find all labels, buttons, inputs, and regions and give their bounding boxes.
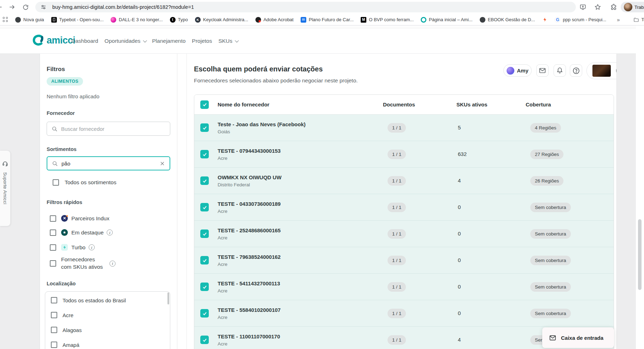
- skus-cell: 632: [456, 151, 526, 157]
- skus-value: 632: [456, 151, 467, 157]
- coverage-cell: 4 Regiões: [526, 123, 614, 133]
- scrollbar-thumb[interactable]: [638, 219, 642, 290]
- bell-icon: [556, 67, 563, 74]
- quick-filter-label: Em destaque: [71, 229, 104, 236]
- bookmark-item[interactable]: tTypo: [170, 17, 188, 23]
- page-scrollbar[interactable]: [636, 25, 644, 349]
- notifications-button[interactable]: [554, 64, 566, 77]
- row-checkbox[interactable]: [200, 176, 209, 185]
- app-header: amicci DashboardOportunidadesPlanejament…: [0, 28, 644, 54]
- bookmark-label: Typo: [178, 17, 188, 22]
- location-option[interactable]: Amapá: [45, 337, 170, 349]
- address-bar[interactable]: buy-hmg.amicci-digital.com.br/details-pr…: [35, 2, 576, 12]
- quick-filter-checkbox[interactable]: [50, 244, 56, 251]
- location-checkbox[interactable]: [51, 327, 57, 333]
- supplier-name: TESTE - 79638524000162: [218, 254, 383, 260]
- forward-icon[interactable]: [8, 3, 16, 11]
- location-option[interactable]: Todos os estados do Brasil: [45, 293, 170, 308]
- quick-filter-checkbox[interactable]: [50, 215, 56, 222]
- bookmark-item[interactable]: Página inicial – Ami...: [421, 17, 473, 23]
- nav-item-projetos[interactable]: Projetos: [192, 38, 212, 44]
- skus-cell: 0: [456, 310, 526, 316]
- all-bookmarks-label: Todos: [642, 17, 644, 22]
- row-checkbox[interactable]: [200, 256, 209, 264]
- amy-assistant-button[interactable]: Amy: [503, 64, 532, 77]
- coverage-cell: Sem cobertura: [526, 256, 614, 265]
- quick-filter-checkbox[interactable]: [50, 229, 56, 236]
- messages-button[interactable]: [536, 64, 549, 77]
- row-checkbox[interactable]: [200, 123, 209, 132]
- supplier-search-input[interactable]: [61, 126, 170, 132]
- nav-item-oportunidades[interactable]: Oportunidades: [105, 38, 146, 44]
- extensions-icon[interactable]: [609, 3, 618, 11]
- location-checkbox[interactable]: [51, 312, 57, 318]
- bookmarks-overflow-chevron[interactable]: »: [613, 17, 623, 23]
- supplier-cell: TESTE - 25248686000165Acre: [218, 227, 383, 240]
- info-icon[interactable]: i: [89, 244, 95, 250]
- row-checkbox[interactable]: [200, 336, 209, 344]
- side-panel-icon[interactable]: [3, 17, 8, 23]
- row-checkbox-cell: [194, 176, 218, 185]
- site-settings-icon[interactable]: [40, 4, 47, 10]
- support-tab[interactable]: Suporte Amicci: [0, 150, 11, 226]
- location-option[interactable]: Acre: [45, 308, 170, 322]
- install-icon[interactable]: [579, 3, 587, 11]
- all-assortments-label: Todos os sortimentos: [65, 179, 116, 186]
- info-icon[interactable]: i: [107, 229, 113, 235]
- row-checkbox[interactable]: [200, 309, 209, 318]
- bookmark-item[interactable]: Nova guia: [15, 17, 44, 23]
- amicci-icon: [421, 17, 426, 23]
- info-icon[interactable]: i: [110, 261, 116, 267]
- row-checkbox[interactable]: [200, 203, 209, 211]
- row-checkbox[interactable]: [200, 150, 209, 158]
- bolt-icon: [542, 17, 548, 23]
- bookmark-item[interactable]: MO BVP como ferram...: [361, 17, 414, 23]
- quick-filter-option[interactable]: ★Em destaquei: [50, 229, 113, 236]
- turbo-bolt-icon: [61, 244, 68, 251]
- quick-filter-checkbox[interactable]: [50, 260, 56, 267]
- select-all-checkbox[interactable]: [200, 100, 209, 109]
- nav-item-planejamento[interactable]: Planejamento: [152, 38, 186, 44]
- quick-filter-option[interactable]: ✕Parceiros Indux: [50, 215, 110, 222]
- skus-value: 0: [456, 231, 461, 237]
- bookmark-item[interactable]: KKeycloak Administra...: [195, 17, 248, 23]
- back-icon[interactable]: [0, 3, 4, 11]
- row-checkbox-cell: [194, 283, 218, 291]
- bookmark-item[interactable]: [542, 17, 548, 23]
- bookmark-item[interactable]: Adobe Acrobat: [255, 17, 294, 23]
- location-checkbox[interactable]: [51, 297, 57, 303]
- location-checkbox[interactable]: [51, 342, 57, 348]
- all-assortments-checkbox[interactable]: [53, 179, 59, 186]
- supplier-name: TESTE - 07944343000153: [218, 148, 383, 154]
- all-assortments-option[interactable]: Todos os sortimentos: [53, 178, 116, 187]
- help-button[interactable]: [570, 64, 582, 77]
- row-checkbox[interactable]: [200, 283, 209, 291]
- quick-filter-option[interactable]: Fornecedores com SKUs ativosi: [50, 255, 116, 272]
- browser-profile-chip[interactable]: Traba: [621, 2, 644, 12]
- all-bookmarks-button[interactable]: Todos: [633, 17, 644, 23]
- nav-item-skus[interactable]: SKUs: [218, 38, 238, 44]
- skus-value: 0: [456, 204, 461, 210]
- inbox-toast[interactable]: Caixa de entrada: [542, 327, 614, 348]
- bookmark-item[interactable]: Typebot - Open-sou...: [51, 17, 104, 23]
- globe-icon: [15, 17, 21, 23]
- location-scrollbar-thumb[interactable]: [167, 292, 169, 304]
- assortment-search-input[interactable]: [61, 161, 160, 167]
- bookmark-item[interactable]: DALL-E 3 no longer...: [111, 17, 163, 23]
- reload-icon[interactable]: [21, 3, 30, 11]
- nav-item-dashboard[interactable]: Dashboard: [71, 38, 98, 44]
- location-option[interactable]: Alagoas: [45, 322, 170, 337]
- row-checkbox[interactable]: [200, 229, 209, 238]
- supplier-name: OWMKX NX OIWUQD UW: [218, 174, 383, 180]
- coverage-badge: Sem cobertura: [530, 282, 571, 292]
- nav-item-label: Dashboard: [71, 38, 98, 44]
- quick-filter-option[interactable]: Turboi: [50, 244, 95, 251]
- col-header-coverage: Cobertura: [526, 101, 614, 107]
- bookmark-star-icon[interactable]: [593, 3, 602, 11]
- amicci-logo[interactable]: amicci: [32, 34, 75, 47]
- bookmark-item[interactable]: EBOOK Gestão de D...: [480, 17, 535, 23]
- bookmark-item[interactable]: Gppp scrum - Pesqui...: [555, 17, 606, 23]
- bookmark-item[interactable]: Plano Futuro de Car...: [301, 17, 354, 23]
- bookmark-label: ppp scrum - Pesqui...: [563, 17, 606, 22]
- clear-search-icon[interactable]: [160, 161, 165, 166]
